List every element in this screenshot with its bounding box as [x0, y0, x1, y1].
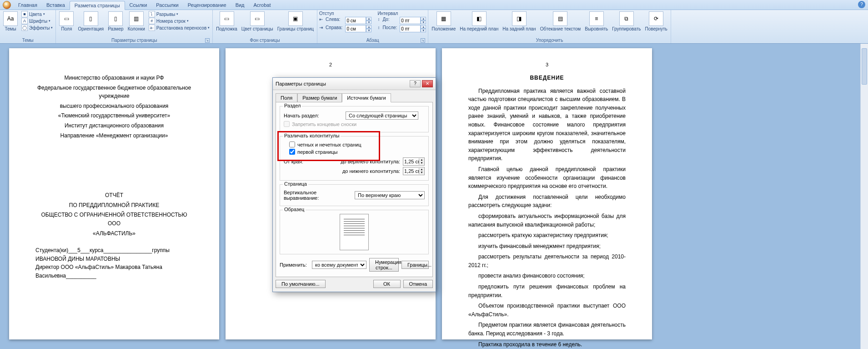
group-icon: ⧉ [619, 11, 634, 26]
themes-icon: Aa [3, 11, 18, 26]
theme-effects[interactable]: ◯Эффекты▾ [20, 25, 54, 31]
page-setup-launcher[interactable]: ↘ [205, 38, 210, 43]
footer-distance-input[interactable]: ▲▼ [403, 167, 425, 175]
rotate-button[interactable]: ⟳Повернуть [643, 11, 668, 32]
body-paragraph: изучить финансовый менеджмент предприяти… [468, 242, 626, 251]
apply-to-select[interactable]: ко всему документу [312, 261, 366, 269]
bring-front-button[interactable]: ◧На передний план [458, 11, 500, 32]
pagecolor-icon: ▭ [250, 11, 265, 26]
themes-button[interactable]: Aa Темы [2, 11, 19, 32]
group-themes: Aa Темы ■Цвета▾ AШрифты▾ ◯Эффекты▾ Темы [0, 10, 56, 43]
first-page-checkbox[interactable] [289, 149, 295, 155]
group-paragraph: Отступ ⇤Слева: ▲▼ ⇥Справа: ▲▼ Интервал ↕… [317, 10, 428, 43]
tab-mailings[interactable]: Рассылки [151, 1, 183, 9]
sample-fieldset: Образец [280, 210, 429, 254]
line-numbers-button[interactable]: #Номера строк▾ [148, 18, 211, 24]
page-setup-dialog: Параметры страницы ? ✕ Поля Размер бумаг… [272, 77, 436, 292]
dialog-tab-layout[interactable]: Источник бумаги [342, 93, 391, 102]
help-icon[interactable]: ? [858, 1, 865, 8]
space-after-icon: ↕ [377, 25, 380, 32]
indent-right-input[interactable]: ▲▼ [345, 25, 371, 32]
tab-view[interactable]: Вид [231, 1, 249, 9]
size-button[interactable]: ▯Размер [106, 11, 125, 32]
columns-button[interactable]: ▥Колонки [126, 11, 146, 32]
body-paragraph: рассмотреть результаты деятельности за п… [468, 253, 626, 269]
colors-icon: ■ [21, 11, 28, 17]
align-button[interactable]: ≡Выровнять [583, 11, 609, 32]
section-start-select[interactable]: Со следующей страницы [346, 111, 418, 120]
tab-page-layout[interactable]: Разметка страницы [70, 1, 125, 10]
tab-insert[interactable]: Вставка [42, 1, 70, 9]
body-paragraph: провести анализ финансового состояния; [468, 272, 626, 280]
theme-colors[interactable]: ■Цвета▾ [20, 11, 54, 17]
tab-review[interactable]: Рецензирование [183, 1, 231, 9]
borders-dialog-button[interactable]: Границы... [401, 261, 429, 269]
size-icon: ▯ [108, 11, 123, 26]
vertical-align-select[interactable]: По верхнему краю [355, 191, 425, 199]
ribbon: Aa Темы ■Цвета▾ AШрифты▾ ◯Эффекты▾ Темы … [0, 10, 868, 44]
watermark-button[interactable]: ▭Подложка [215, 11, 239, 32]
ok-button[interactable]: ОК [373, 280, 401, 288]
space-before-input[interactable]: ▲▼ [400, 17, 426, 24]
vertical-scrollbar[interactable] [860, 44, 868, 349]
body-paragraph: Предметом практики является финансовая д… [468, 321, 626, 338]
suppress-endnotes-checkbox [284, 121, 290, 127]
rotate-icon: ⟳ [649, 11, 663, 26]
position-icon: ▦ [437, 11, 451, 26]
page-color-button[interactable]: ▭Цвет страницы [240, 11, 275, 32]
body-paragraph: сформировать актуальность информационной… [468, 212, 626, 229]
tab-acrobat[interactable]: Acrobat [249, 1, 276, 9]
margins-button[interactable]: ▭Поля [58, 11, 75, 32]
orientation-button[interactable]: ▯Ориентация [76, 11, 105, 32]
header-distance-input[interactable]: ▲▼ [403, 157, 425, 166]
margins-icon: ▭ [59, 11, 74, 26]
front-icon: ◧ [472, 11, 487, 26]
breaks-button[interactable]: ⤵Разрывы▾ [148, 11, 211, 17]
text-wrap-button[interactable]: ▤Обтекание текстом [539, 11, 582, 32]
section-fieldset: Раздел Начать раздел: Со следующей стран… [280, 106, 429, 132]
indent-left-icon: ⇤ [319, 17, 323, 24]
dialog-tab-margins[interactable]: Поля [276, 93, 297, 102]
odd-even-checkbox[interactable] [289, 142, 295, 147]
paragraph-launcher[interactable]: ↘ [421, 38, 425, 43]
tab-home[interactable]: Главная [14, 1, 42, 9]
office-button[interactable] [3, 1, 11, 9]
hyphenation-button[interactable]: a-Расстановка переносов▾ [148, 25, 211, 31]
cancel-button[interactable]: Отмена [403, 280, 433, 288]
dialog-tab-paper[interactable]: Размер бумаги [297, 93, 342, 102]
page-fieldset: Страница Вертикальное выравнивание: По в… [280, 184, 429, 206]
watermark-icon: ▭ [220, 11, 234, 26]
breaks-icon: ⤵ [149, 11, 155, 17]
headers-footers-fieldset: Различать колонтитулы четных и нечетных … [280, 136, 429, 181]
effects-icon: ◯ [21, 25, 28, 31]
tab-references[interactable]: Ссылки [125, 1, 152, 9]
body-paragraph: Объектом производственной практики высту… [468, 302, 626, 319]
orientation-icon: ▯ [84, 11, 98, 26]
linenum-icon: # [149, 18, 155, 24]
indent-left-input[interactable]: ▲▼ [345, 17, 371, 24]
page-preview [340, 214, 369, 250]
wrap-icon: ▤ [553, 11, 567, 26]
body-paragraph: Для достижения поставленной цели необход… [468, 193, 626, 210]
default-button[interactable]: По умолчанию... [276, 280, 326, 288]
page-borders-button[interactable]: ▣Границы страниц [276, 11, 315, 32]
body-paragraph: рассмотреть краткую характеристику предп… [468, 231, 626, 240]
body-paragraph: Преддипломная практика является важной с… [468, 87, 626, 163]
dialog-help-button[interactable]: ? [410, 80, 421, 87]
body-paragraph: предложить пути решения финансовых пробл… [468, 283, 626, 299]
scroll-thumb[interactable] [862, 48, 867, 85]
group-button[interactable]: ⧉Группировать [611, 11, 642, 32]
line-numbers-dialog-button[interactable]: Нумерация строк... [369, 258, 399, 272]
indent-right-icon: ⇥ [319, 25, 323, 32]
page-3[interactable]: 3 ВВЕДЕНИЕ Преддипломная практика являет… [442, 48, 652, 339]
dialog-titlebar[interactable]: Параметры страницы ? ✕ [273, 78, 436, 90]
page-1[interactable]: Министерство образования и науки РФ Феде… [9, 48, 219, 339]
position-button[interactable]: ▦Положение [430, 11, 457, 32]
theme-fonts[interactable]: AШрифты▾ [20, 18, 54, 24]
group-page-background: ▭Подложка ▭Цвет страницы ▣Границы страни… [213, 10, 317, 43]
body-paragraph: Практика проходила в течение 6 недель. [468, 340, 626, 349]
space-after-input[interactable]: ▲▼ [400, 25, 426, 32]
send-back-button[interactable]: ◨На задний план [501, 11, 537, 32]
dialog-close-button[interactable]: ✕ [422, 80, 433, 87]
group-arrange: ▦Положение ◧На передний план ◨На задний … [428, 10, 671, 43]
